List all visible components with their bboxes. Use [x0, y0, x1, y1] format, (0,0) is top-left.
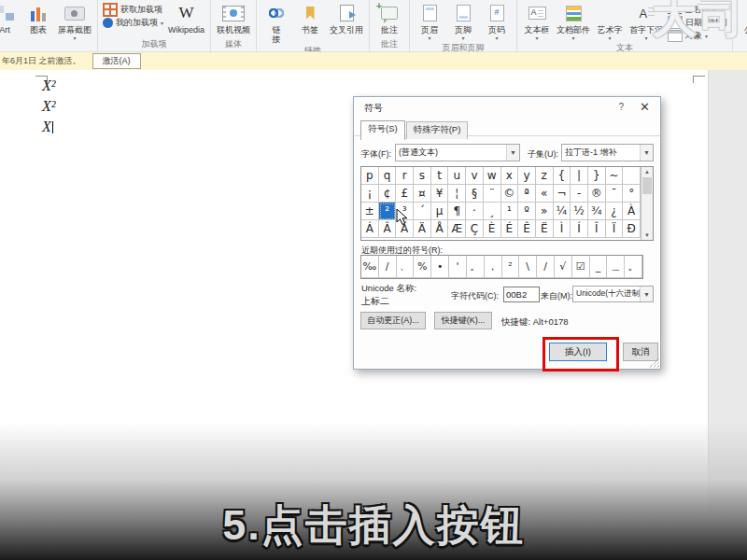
recent-symbol-cell[interactable]: • — [431, 256, 449, 278]
footer-button[interactable]: 页脚▾ — [446, 2, 480, 42]
recent-symbol-cell[interactable]: ² — [502, 256, 520, 278]
symbol-cell[interactable]: ² — [379, 203, 397, 220]
bookmark-button[interactable]: 书签 — [293, 2, 327, 35]
symbol-cell[interactable]: z — [536, 167, 554, 185]
symbol-cell[interactable]: s — [414, 167, 431, 185]
symbol-cell[interactable]: ª — [518, 185, 536, 203]
symbol-cell[interactable]: Å — [431, 220, 449, 238]
recent-symbol-cell[interactable]: % — [414, 256, 431, 278]
symbol-cell[interactable]: µ — [431, 203, 449, 220]
close-icon[interactable]: ✕ — [640, 100, 650, 114]
symbol-cell[interactable]: È — [484, 220, 501, 238]
symbol-cell[interactable]: · — [466, 203, 484, 220]
chevron-down-icon[interactable]: ▼ — [506, 145, 519, 161]
symbol-cell[interactable]: ¾ — [588, 203, 606, 220]
chart-button[interactable]: 图表 — [21, 2, 55, 35]
symbol-cell[interactable]: ~ — [606, 167, 624, 185]
textbox-button[interactable]: 文本框▾ — [520, 2, 554, 42]
cross-reference-button[interactable]: 交叉引用 — [327, 2, 366, 35]
symbol-cell[interactable]: Æ — [448, 220, 466, 238]
symbol-cell[interactable]: ¼ — [554, 203, 571, 220]
symbol-cell[interactable]: » — [536, 203, 554, 220]
symbol-cell[interactable]: Ã — [396, 220, 414, 238]
symbol-cell[interactable]: £ — [396, 185, 414, 203]
symbol-cell[interactable]: v — [466, 167, 484, 185]
symbol-cell[interactable]: q — [379, 167, 397, 185]
symbol-cell[interactable]: ¶ — [448, 203, 466, 220]
symbol-cell[interactable]: § — [466, 185, 484, 203]
symbol-cell[interactable]: | — [571, 167, 588, 185]
symbol-cell[interactable]: y — [518, 167, 536, 185]
symbol-cell[interactable]: Ä — [414, 220, 431, 238]
quickparts-button[interactable]: 文档部件▾ — [554, 2, 593, 42]
symbol-cell[interactable]: Ë — [536, 220, 554, 238]
recent-symbol-cell[interactable]: ' — [449, 256, 467, 278]
symbol-cell[interactable]: - — [571, 185, 588, 203]
symbol-cell[interactable]: w — [484, 167, 501, 185]
symbol-cell[interactable]: ³ — [396, 203, 414, 220]
symbol-cell[interactable]: À — [623, 203, 641, 220]
help-icon[interactable]: ? — [618, 102, 624, 112]
symbol-cell[interactable]: ´ — [414, 203, 431, 220]
smartart-button[interactable]: Art — [0, 2, 21, 35]
symbol-cell[interactable]: ¢ — [379, 185, 397, 203]
symbol-cell[interactable]: ¨ — [484, 185, 501, 203]
symbol-cell[interactable]: ¯ — [606, 185, 624, 203]
grid-scrollbar[interactable]: ▲ ▼ — [641, 167, 653, 240]
link-button[interactable]: 链接 — [260, 2, 293, 45]
comment-button[interactable]: 批注 — [373, 2, 406, 35]
wikipedia-button[interactable]: WWikipedia — [165, 2, 207, 35]
symbol-cell[interactable]: ® — [588, 185, 606, 203]
scroll-down-icon[interactable]: ▼ — [641, 231, 653, 240]
symbol-cell[interactable]: ° — [623, 185, 641, 203]
symbol-cell[interactable]: Á — [361, 220, 379, 238]
get-addins-button[interactable]: 获取加载项 — [101, 3, 165, 16]
activate-button[interactable]: 激活(A) — [92, 53, 141, 69]
symbol-cell[interactable]: ¦ — [448, 185, 466, 203]
symbol-cell[interactable]: ¿ — [606, 203, 624, 220]
recent-symbol-cell[interactable]: _ — [590, 256, 608, 278]
symbol-cell[interactable]: r — [396, 167, 414, 185]
screenshot-button[interactable]: 屏幕截图▾ — [55, 2, 94, 42]
scrollbar-thumb[interactable] — [642, 177, 652, 194]
recent-symbol-cell[interactable]: 。 — [625, 256, 642, 278]
symbol-cell[interactable]: ¸ — [484, 203, 501, 220]
recent-symbol-cell[interactable]: \ — [519, 256, 537, 278]
char-code-input[interactable] — [503, 287, 540, 302]
recent-symbol-cell[interactable]: √ — [555, 256, 572, 278]
chevron-down-icon[interactable]: ▼ — [640, 145, 653, 161]
symbol-cell[interactable]: Í — [571, 220, 588, 238]
tab-special-characters[interactable]: 特殊字符(P) — [406, 121, 469, 139]
symbol-cell[interactable]: Ê — [518, 220, 536, 238]
symbol-cell[interactable]: ± — [361, 203, 379, 220]
online-video-button[interactable]: 联机视频 — [214, 2, 253, 35]
symbol-cell[interactable]: ¥ — [431, 185, 449, 203]
symbol-cell[interactable]: ¡ — [361, 185, 379, 203]
symbol-cell[interactable]: } — [588, 167, 606, 185]
recent-symbol-cell[interactable]: 。 — [467, 256, 485, 278]
symbol-cell[interactable]: ½ — [571, 203, 588, 220]
symbol-cell[interactable]: { — [554, 167, 571, 185]
symbol-cell[interactable]: © — [501, 185, 519, 203]
recent-symbol-cell[interactable]: ， — [485, 256, 502, 278]
symbol-cell[interactable]: ¬ — [554, 185, 571, 203]
symbol-cell[interactable]: Ï — [606, 220, 624, 238]
page-number-button[interactable]: 页码▾ — [480, 2, 514, 42]
symbol-cell[interactable]: Ì — [554, 220, 571, 238]
symbol-cell[interactable]: É — [501, 220, 519, 238]
symbol-cell[interactable]: ¤ — [414, 185, 431, 203]
symbol-cell[interactable]: t — [431, 167, 449, 185]
recent-symbol-cell[interactable]: / — [537, 256, 555, 278]
autocorrect-button[interactable]: 自动更正(A)... — [360, 312, 426, 329]
recent-symbol-cell[interactable]: ＿ — [607, 256, 625, 278]
wordart-button[interactable]: 艺术字▾ — [593, 2, 627, 42]
recent-symbol-cell[interactable]: / — [379, 256, 397, 278]
tab-symbols[interactable]: 符号(S) — [360, 120, 405, 140]
recent-symbol-cell[interactable]: 、 — [397, 256, 415, 278]
recent-symbol-cell[interactable]: ‰ — [361, 256, 379, 278]
symbol-cell[interactable] — [623, 167, 641, 185]
symbol-cell[interactable]: º — [518, 203, 536, 220]
symbol-cell[interactable]: Ç — [466, 220, 484, 238]
symbol-cell[interactable]: « — [536, 185, 554, 203]
symbol-cell[interactable]: Ð — [623, 220, 641, 238]
